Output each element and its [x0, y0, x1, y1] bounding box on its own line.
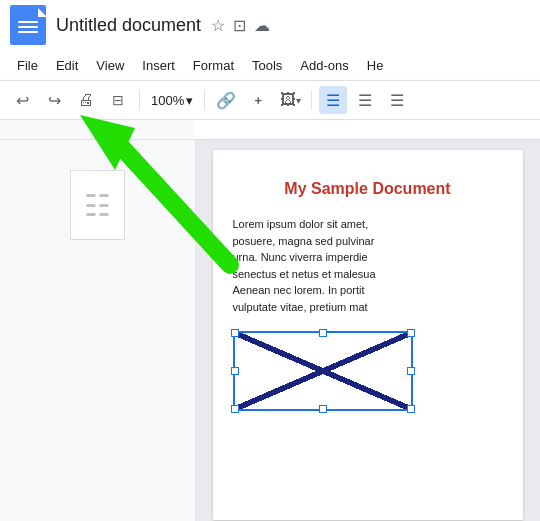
menu-addons[interactable]: Add-ons — [293, 55, 355, 76]
zoom-selector[interactable]: 100% ▾ — [147, 90, 197, 111]
thumbnail-icon: ☷ — [84, 188, 111, 223]
menu-help[interactable]: He — [360, 55, 391, 76]
folder-icon[interactable]: ⊡ — [233, 16, 246, 35]
menu-view[interactable]: View — [89, 55, 131, 76]
align-right-icon: ☰ — [390, 91, 404, 110]
align-center-icon: ☰ — [358, 91, 372, 110]
redo-button[interactable]: ↪ — [40, 86, 68, 114]
link-button[interactable]: 🔗 — [212, 86, 240, 114]
sidebar-thumbnail[interactable]: ☷ — [70, 170, 125, 240]
cloud-icon[interactable]: ☁ — [254, 16, 270, 35]
handle-bottom-left[interactable] — [231, 405, 239, 413]
menu-edit[interactable]: Edit — [49, 55, 85, 76]
menu-bar: File Edit View Insert Format Tools Add-o… — [0, 50, 540, 80]
print-icon: 🖨 — [78, 91, 94, 109]
zoom-value: 100% — [151, 93, 184, 108]
separator-1 — [139, 90, 140, 110]
handle-bottom-right[interactable] — [407, 405, 415, 413]
link-icon: 🔗 — [216, 91, 236, 110]
handle-top-left[interactable] — [231, 329, 239, 337]
star-icon[interactable]: ☆ — [211, 16, 225, 35]
menu-format[interactable]: Format — [186, 55, 241, 76]
align-left-icon: ☰ — [326, 91, 340, 110]
image-container[interactable] — [233, 331, 413, 411]
undo-button[interactable]: ↩ — [8, 86, 36, 114]
align-right-button[interactable]: ☰ — [383, 86, 411, 114]
doc-icon — [10, 5, 46, 45]
document-title[interactable]: Untitled document — [56, 15, 201, 36]
paint-format-icon: ⊟ — [112, 92, 124, 108]
comment-button[interactable]: + — [244, 86, 272, 114]
separator-3 — [311, 90, 312, 110]
redo-icon: ↪ — [48, 91, 61, 110]
document-page: My Sample Document Lorem ipsum dolor sit… — [213, 150, 523, 520]
ruler — [0, 120, 540, 140]
main-content: ☷ My Sample Document Lorem ipsum dolor s… — [0, 140, 540, 521]
handle-top-middle[interactable] — [319, 329, 327, 337]
separator-2 — [204, 90, 205, 110]
handle-middle-right[interactable] — [407, 367, 415, 375]
title-icons: ☆ ⊡ ☁ — [211, 16, 270, 35]
paint-format-button[interactable]: ⊟ — [104, 86, 132, 114]
toolbar: ↩ ↪ 🖨 ⊟ 100% ▾ 🔗 + 🖼 ▾ ☰ ☰ ☰ — [0, 80, 540, 120]
align-left-button[interactable]: ☰ — [319, 86, 347, 114]
ruler-white-area — [195, 120, 540, 139]
image-button[interactable]: 🖼 ▾ — [276, 86, 304, 114]
menu-file[interactable]: File — [10, 55, 45, 76]
undo-icon: ↩ — [16, 91, 29, 110]
selection-border — [233, 331, 413, 411]
menu-tools[interactable]: Tools — [245, 55, 289, 76]
menu-insert[interactable]: Insert — [135, 55, 182, 76]
image-icon: 🖼 — [280, 91, 296, 109]
handle-top-right[interactable] — [407, 329, 415, 337]
sidebar: ☷ — [0, 140, 195, 521]
title-bar: Untitled document ☆ ⊡ ☁ — [0, 0, 540, 50]
image-dropdown-icon: ▾ — [296, 95, 301, 106]
handle-bottom-middle[interactable] — [319, 405, 327, 413]
align-center-button[interactable]: ☰ — [351, 86, 379, 114]
handle-middle-left[interactable] — [231, 367, 239, 375]
zoom-dropdown-icon: ▾ — [186, 93, 193, 108]
document-heading: My Sample Document — [233, 180, 503, 198]
document-body: Lorem ipsum dolor sit amet, posuere, mag… — [233, 216, 503, 315]
comment-icon: + — [254, 93, 262, 108]
document-area: My Sample Document Lorem ipsum dolor sit… — [195, 140, 540, 521]
print-button[interactable]: 🖨 — [72, 86, 100, 114]
